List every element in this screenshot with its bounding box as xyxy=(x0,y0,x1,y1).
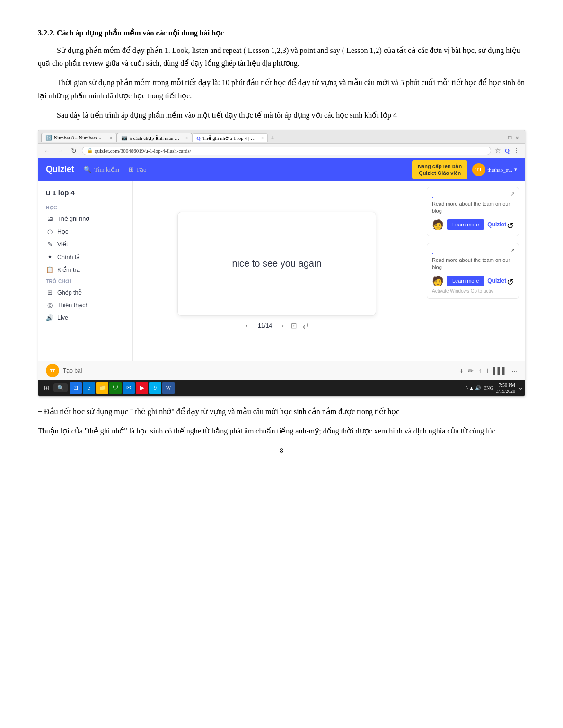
taskbar-search[interactable]: 🔍 xyxy=(53,383,68,392)
taskbar-app-edge[interactable]: e xyxy=(83,382,95,394)
taskbar-app-shield[interactable]: 🛡 xyxy=(109,382,122,394)
section-heading: 3.2.2. Cách áp dụng phần mềm vào các nội… xyxy=(38,28,525,37)
bottom-user-label: Tạo bài xyxy=(63,367,82,374)
blog-card-2-text: Read more about the team on our blog xyxy=(432,257,514,271)
more-icon[interactable]: ··· xyxy=(511,367,517,374)
quizlet-small-logo-2: Quizlet xyxy=(487,277,506,284)
sidebar-item-thien-thach[interactable]: ◎ Thiên thạch xyxy=(38,299,132,312)
more-options-icon[interactable]: ⋮ xyxy=(512,146,521,156)
tab2-close[interactable]: × xyxy=(185,135,188,140)
new-tab-button[interactable]: + xyxy=(268,132,277,143)
system-tray-icons: ^ ▲ 🔊 xyxy=(466,385,481,390)
tab2-label: 5 cách chụp ảnh màn hình trên ... xyxy=(130,135,182,141)
lock-icon: 🔒 xyxy=(87,148,93,153)
maximize-button[interactable]: □ xyxy=(508,134,511,141)
learn-more-button-2[interactable]: Learn more xyxy=(447,276,484,286)
arrow-icon-1: ↗ xyxy=(510,191,515,197)
stats-icon[interactable]: ▌▌▌ xyxy=(493,367,507,374)
post-para2: Thuận lợi của "thẻ ghi nhớ" là học sinh … xyxy=(38,425,525,437)
activate-windows-notice: Activate Windows Go to activ xyxy=(432,288,514,294)
flashcard-fullscreen-button[interactable]: ⊡ xyxy=(291,321,297,330)
minimize-button[interactable]: − xyxy=(501,134,505,141)
quizlet-ext-icon[interactable]: Q xyxy=(505,147,510,155)
tab-1[interactable]: 🔢 Number 8 « Numbers » Bài B: Bì... × xyxy=(41,133,117,142)
learn-more-button-1[interactable]: Learn more xyxy=(447,219,484,230)
sidebar-item-chinh-ta[interactable]: ✦ Chính tả xyxy=(38,251,132,263)
arrow-icon-2: ↗ xyxy=(510,247,515,253)
blog-card-1: • ↗ Read more about the team on our blog… xyxy=(427,187,519,236)
quizlet-small-logo-1: Quizlet xyxy=(487,221,506,228)
sidebar-item-live[interactable]: 🔊 Live xyxy=(38,312,132,324)
person-icon-2: 🧑 xyxy=(432,275,444,286)
person-icon-1: 🧑 xyxy=(432,219,444,230)
user-avatar-area[interactable]: TT thuthao_tr... ▾ xyxy=(472,163,517,176)
refresh-button[interactable]: ↻ xyxy=(69,146,79,156)
flashcard-next-button[interactable]: → xyxy=(278,321,285,330)
forward-button[interactable]: → xyxy=(55,146,66,156)
flashcard-prev-button[interactable]: ← xyxy=(245,321,252,330)
bottom-avatar: TT xyxy=(46,364,59,377)
browser-tab-bar: 🔢 Number 8 « Numbers » Bài B: Bì... × 📷 … xyxy=(38,130,525,144)
tab3-label: Thẻ ghi nhớ u 1 lop 4 | Quizlet xyxy=(202,135,257,141)
edit-icon[interactable]: ✏ xyxy=(468,367,474,374)
taskbar-right: ^ ▲ 🔊 ENG 7:50 PM 3/19/2020 🗨 xyxy=(466,382,523,394)
dot-icon-2: • xyxy=(432,251,433,256)
the-ghi-nho-icon: 🗂 xyxy=(46,215,53,222)
para2: Thời gian sử dụng phần mềm trong mỗi tiế… xyxy=(38,76,525,102)
flashcard-total: 14 xyxy=(266,322,272,329)
tab-3[interactable]: Q Thẻ ghi nhớ u 1 lop 4 | Quizlet × xyxy=(192,133,268,142)
sidebar-item-hoc[interactable]: ◷ Học xyxy=(38,225,132,238)
set-title: u 1 lop 4 xyxy=(38,189,132,202)
username-label: thuthao_tr... xyxy=(487,167,512,173)
address-bar[interactable]: 🔒 quizlet.com/300486019/u-1-lop-4-flash-… xyxy=(82,147,491,155)
sidebar-item-kiem-tra[interactable]: 📋 Kiểm tra xyxy=(38,263,132,276)
flashcard-shuffle-button[interactable]: ⇄ xyxy=(303,321,309,330)
hoc-section-label: HỌC xyxy=(38,202,132,212)
address-bar-row: ← → ↻ 🔒 quizlet.com/300486019/u-1-lop-4-… xyxy=(38,144,525,158)
back-button[interactable]: ← xyxy=(42,146,53,156)
para3: Sau đây là tiến trình áp dụng phần mềm v… xyxy=(38,109,525,121)
taskbar-time: 7:50 PM 3/19/2020 xyxy=(496,382,515,394)
bookmark-icon[interactable]: ☆ xyxy=(494,146,502,156)
info-icon[interactable]: i xyxy=(486,367,488,374)
close-button[interactable]: × xyxy=(515,134,519,141)
live-label: Live xyxy=(57,314,68,321)
flashcard-progress: 11/14 xyxy=(258,322,272,329)
windows-start-button[interactable]: ⊞ xyxy=(40,384,53,392)
ghep-the-label: Ghép thẻ xyxy=(57,289,82,296)
sidebar-item-ghep-the[interactable]: ⊞ Ghép thẻ xyxy=(38,286,132,299)
taskbar-app-folder[interactable]: 📁 xyxy=(96,382,108,394)
chinh-ta-icon: ✦ xyxy=(46,253,53,260)
taskbar-app-media[interactable]: ▶ xyxy=(136,382,148,394)
quizlet-search[interactable]: 🔍 Tìm kiếm xyxy=(84,166,119,173)
media-icon: ▶ xyxy=(140,384,144,391)
tab3-close[interactable]: × xyxy=(261,135,264,140)
address-text: quizlet.com/300486019/u-1-lop-4-flash-ca… xyxy=(95,148,191,154)
share-icon[interactable]: ↑ xyxy=(478,367,482,374)
tab1-close[interactable]: × xyxy=(110,135,113,140)
add-icon[interactable]: + xyxy=(459,367,463,374)
taskbar-app-mail[interactable]: ✉ xyxy=(123,382,135,394)
folder-icon: 📁 xyxy=(99,384,106,391)
flashcard[interactable]: nice to see you again xyxy=(177,212,376,316)
tab2-icon: 📷 xyxy=(121,135,128,141)
search-icon: 🔍 xyxy=(84,166,91,173)
quizlet-create[interactable]: ⊞ Tạo xyxy=(129,166,146,173)
rotate-icon-2: ↺ xyxy=(507,277,514,287)
upgrade-button[interactable]: Nâng cấp lên bản Quizlet Giáo viên xyxy=(412,160,467,180)
page-content: 3.2.2. Cách áp dụng phần mềm vào các nội… xyxy=(38,28,525,455)
sidebar-item-viet[interactable]: ✎ Viết xyxy=(38,238,132,251)
taskbar-app-9[interactable]: 9 xyxy=(149,382,161,394)
notification-icon[interactable]: 🗨 xyxy=(518,385,523,390)
tab1-icon: 🔢 xyxy=(45,135,52,141)
sidebar-item-the-ghi-nho[interactable]: 🗂 Thẻ ghi nhớ xyxy=(38,212,132,225)
edge-icon: e xyxy=(88,384,90,391)
flashcard-current: 11 xyxy=(258,322,264,329)
taskbar: ⊞ 🔍 ⊡ e 📁 🛡 ✉ xyxy=(38,380,525,396)
quizlet-logo[interactable]: Quizlet xyxy=(46,165,74,174)
taskbar-app-word[interactable]: W xyxy=(162,382,175,394)
page-number: 8 xyxy=(38,447,525,455)
tab-2[interactable]: 📷 5 cách chụp ảnh màn hình trên ... × xyxy=(117,133,193,142)
taskbar-app-file[interactable]: ⊡ xyxy=(70,382,82,394)
quizlet-header-right: Nâng cấp lên bản Quizlet Giáo viên TT th… xyxy=(412,160,517,180)
